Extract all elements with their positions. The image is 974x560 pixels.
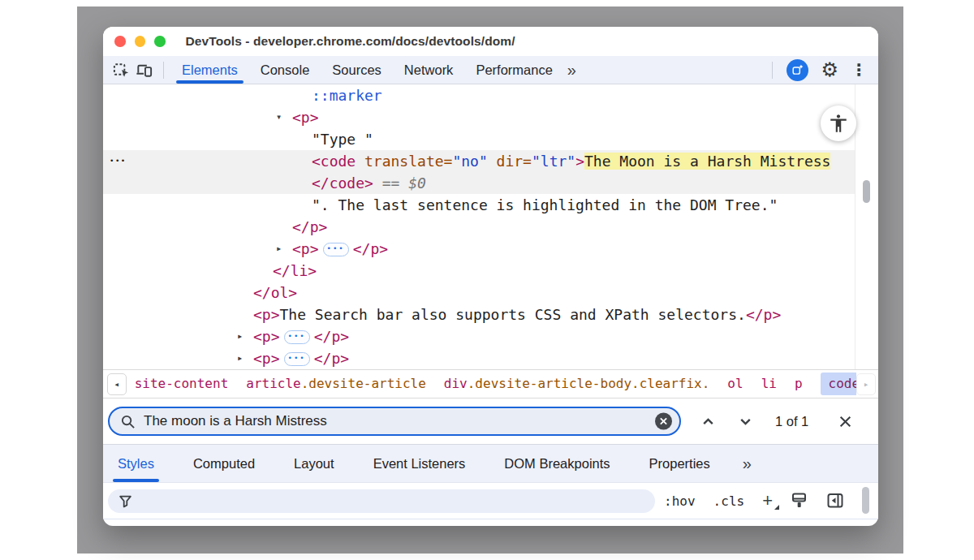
crumb-tag: article — [246, 376, 300, 391]
dom-tree-row[interactable]: •••<code translate="no" dir="ltr">The Mo… — [103, 150, 855, 172]
dom-tree-panel: ::marker▾<p>"Type "•••<code translate="n… — [103, 84, 878, 369]
expand-children-button[interactable]: ••• — [284, 330, 310, 344]
crumb-tag: li — [761, 376, 777, 391]
close-search-icon[interactable] — [834, 411, 855, 432]
crumb-tag: code — [829, 376, 857, 391]
dom-scrollbar-thumb[interactable] — [863, 180, 870, 203]
more-tabs-chevron[interactable]: » — [567, 62, 576, 78]
dom-segment-highlight: The Moon is a Harsh Mistress — [584, 153, 830, 170]
breadcrumb-scroll-right-icon[interactable]: ▸ — [856, 373, 876, 395]
element-classes-button[interactable]: .cls — [713, 493, 745, 509]
dom-segment-value: "ltr" — [532, 153, 575, 170]
dom-segment-grey: == — [373, 174, 408, 192]
dom-tree-row[interactable]: </li> — [103, 260, 855, 282]
dom-segment-tag: <p> — [253, 306, 280, 323]
new-style-rule-button[interactable]: + — [762, 492, 773, 510]
settings-gear-icon[interactable]: ⚙ — [821, 60, 838, 80]
disclosure-right-icon[interactable]: ▸ — [237, 325, 243, 347]
panel-tab-sources[interactable]: Sources — [321, 56, 393, 84]
sidebar-tab-properties[interactable]: Properties — [649, 445, 710, 482]
toolbar-divider — [163, 62, 164, 79]
search-controls: 1 of 1 — [697, 411, 855, 432]
sidebar-tab-styles[interactable]: Styles — [118, 445, 154, 482]
disclosure-right-icon[interactable]: ▸ — [237, 347, 243, 369]
search-query-text: The moon is a Harsh Mistress — [144, 413, 327, 429]
breadcrumb-item[interactable]: site-content — [135, 377, 229, 390]
breadcrumb-item[interactable]: li — [761, 377, 777, 390]
dom-tree-row[interactable]: ▾<p> — [103, 106, 855, 128]
dom-tree-row[interactable]: <p>The Search bar also supports CSS and … — [103, 304, 855, 325]
styles-toolbar-actions: :hov .cls + — [664, 492, 844, 510]
devtools-toolbar: ElementsConsoleSourcesNetworkPerformance… — [103, 56, 878, 84]
more-options-kebab-icon[interactable]: ⋮ — [851, 62, 867, 78]
breadcrumb-scroll-left-icon[interactable]: ◂ — [107, 373, 127, 395]
disclosure-down-icon[interactable]: ▾ — [276, 106, 282, 128]
breadcrumb: site-contentarticle.devsite-articlediv.d… — [135, 373, 857, 395]
close-window-button[interactable] — [114, 36, 126, 47]
device-toolbar-icon[interactable] — [132, 58, 155, 81]
dom-segment-tag: </code> — [312, 174, 373, 192]
minimize-window-button[interactable] — [135, 36, 146, 47]
breadcrumb-item[interactable]: article.devsite-article — [246, 377, 426, 390]
sidebar-tab-computed[interactable]: Computed — [193, 445, 255, 482]
ai-assistance-icon[interactable] — [787, 59, 808, 81]
dom-segment-tag: </p> — [292, 218, 327, 235]
traffic-lights — [114, 36, 166, 47]
breadcrumb-item[interactable]: div.devsite-article-body.clearfix. — [444, 377, 710, 390]
inspect-element-icon[interactable] — [110, 58, 132, 81]
more-sidebar-tabs-chevron[interactable]: » — [743, 455, 752, 472]
dom-tree-row[interactable]: </p> — [103, 216, 855, 238]
crumb-tag: site-content — [135, 376, 229, 391]
panel-tab-console[interactable]: Console — [249, 56, 321, 84]
sidebar-tab-layout[interactable]: Layout — [294, 445, 334, 482]
magnifier-icon — [120, 414, 136, 429]
row-actions-ellipsis-icon[interactable]: ••• — [110, 150, 127, 172]
toggle-element-state-button[interactable]: :hov — [664, 493, 696, 509]
toolbar-right-cluster: ⚙ ⋮ — [770, 59, 867, 81]
window-title: DevTools - developer.chrome.com/docs/dev… — [186, 34, 515, 49]
dom-segment-tag: </p> — [353, 240, 388, 257]
panel-tab-elements[interactable]: Elements — [170, 56, 249, 84]
accessibility-person-icon[interactable] — [821, 106, 856, 141]
panel-tab-network[interactable]: Network — [393, 56, 465, 84]
dom-segment-text: ". The last sentence is highlighted in t… — [312, 196, 778, 213]
style-filter-input[interactable] — [108, 489, 655, 513]
dom-tree-row[interactable]: "Type " — [103, 128, 855, 150]
dom-segment-text: The Search bar also supports CSS and XPa… — [280, 306, 746, 323]
panel-tabs: ElementsConsoleSourcesNetworkPerformance — [170, 56, 564, 84]
previous-match-chevron-up-icon[interactable] — [697, 411, 718, 432]
breadcrumb-item[interactable]: p — [795, 377, 803, 390]
dom-segment-tag: </ol> — [253, 284, 297, 301]
dom-segment-dollar: $0 — [408, 174, 426, 192]
rendering-paint-icon[interactable] — [791, 492, 808, 510]
zoom-window-button[interactable] — [154, 36, 166, 47]
expand-children-button[interactable]: ••• — [284, 352, 310, 366]
breadcrumb-item[interactable]: code — [821, 373, 857, 395]
crumb-tag: div — [444, 376, 468, 391]
dom-tree-row[interactable]: ". The last sentence is highlighted in t… — [103, 194, 855, 216]
clear-search-icon[interactable] — [655, 413, 672, 430]
dom-segment-tag: </p> — [314, 350, 349, 367]
dom-segment-tag: </p> — [746, 306, 781, 323]
dom-tree-rows: ::marker▾<p>"Type "•••<code translate="n… — [103, 84, 855, 369]
panel-tab-performance[interactable]: Performance — [464, 56, 563, 84]
dom-segment-tag: <p> — [292, 240, 319, 257]
dom-tree-row[interactable]: ▸<p>•••</p> — [103, 238, 855, 260]
dom-tree-row[interactable]: ::marker — [103, 84, 855, 106]
dom-segment-value: "no" — [452, 153, 487, 170]
dom-tree-row[interactable]: </ol> — [103, 282, 855, 304]
search-input[interactable]: The moon is a Harsh Mistress — [108, 407, 681, 436]
sidebar-tab-event-listeners[interactable]: Event Listeners — [373, 445, 466, 482]
breadcrumb-item[interactable]: ol — [727, 377, 743, 390]
sidebar-tab-dom-breakpoints[interactable]: DOM Breakpoints — [504, 445, 610, 482]
dom-scrollbar-track[interactable] — [855, 84, 878, 369]
disclosure-right-icon[interactable]: ▸ — [276, 238, 282, 260]
sidebar-scrollbar-thumb[interactable] — [862, 487, 869, 514]
toggle-sidebar-panel-icon[interactable] — [826, 492, 844, 510]
dom-tree-row[interactable]: ▸<p>•••</p> — [103, 325, 855, 347]
dom-segment-tag: <p> — [253, 328, 280, 345]
dom-tree-row[interactable]: ▸<p>•••</p> — [103, 347, 855, 369]
expand-children-button[interactable]: ••• — [323, 243, 349, 256]
next-match-chevron-down-icon[interactable] — [735, 411, 756, 432]
dom-tree-row[interactable]: </code> == $0 — [103, 172, 855, 194]
